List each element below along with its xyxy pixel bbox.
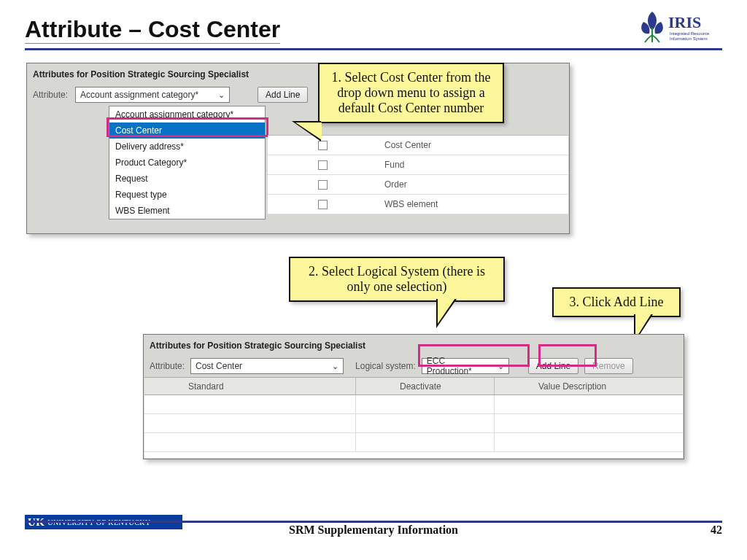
attribute-label: Attribute: <box>33 90 68 100</box>
logical-system-value: ECC Production* <box>427 356 492 376</box>
attribute-dropdown[interactable]: Account assignment category* Cost Center… <box>109 106 266 219</box>
checkbox[interactable] <box>318 160 328 170</box>
value-label: Fund <box>377 160 568 170</box>
col-deactivate: Deactivate <box>356 378 495 394</box>
table-row <box>144 414 683 433</box>
dropdown-option[interactable]: Request <box>109 171 265 187</box>
attribute-select[interactable]: Account assignment category* ⌄ <box>75 87 230 103</box>
checkbox[interactable] <box>318 200 328 209</box>
title-underline <box>25 48 722 50</box>
dropdown-option[interactable]: Product Category* <box>109 155 265 171</box>
table-row <box>144 433 683 452</box>
svg-text:Information System: Information System <box>670 36 708 41</box>
callout-step-2: 2. Select Logical System (there is only … <box>289 257 505 302</box>
checkbox[interactable] <box>318 180 328 190</box>
list-item: Fund <box>268 155 568 175</box>
add-line-button-2[interactable]: Add Line <box>528 358 578 374</box>
iris-brand-text: IRIS <box>668 13 701 31</box>
chevron-down-icon: ⌄ <box>332 362 338 371</box>
value-label: WBS element <box>377 199 568 209</box>
callout-step-3: 3. Click Add Line <box>552 287 681 317</box>
table-row <box>144 395 683 414</box>
dropdown-option[interactable]: Request type <box>109 187 265 203</box>
dropdown-option[interactable]: Account assignment category* <box>109 106 265 122</box>
dropdown-option-cost-center[interactable]: Cost Center <box>109 122 265 139</box>
attribute-select-value: Account assignment category* <box>80 90 198 100</box>
panel2-heading: Attributes for Position Strategic Sourci… <box>144 335 684 355</box>
dropdown-option[interactable]: WBS Element <box>109 203 265 219</box>
table-header-row: Standard Deactivate Value Description <box>144 378 683 395</box>
slide: Attribute – Cost Center IRIS Integrated … <box>0 0 747 560</box>
iris-flower-icon <box>641 12 663 42</box>
list-item: WBS element <box>268 195 568 214</box>
footer-underline <box>25 521 722 523</box>
page-title: Attribute – Cost Center <box>25 16 280 44</box>
list-item: Order <box>268 175 568 195</box>
callout-step-1: 1. Select Cost Center from the drop down… <box>318 63 504 123</box>
panel-attributes-2: Attributes for Position Strategic Sourci… <box>143 334 684 459</box>
chevron-down-icon: ⌄ <box>218 90 225 100</box>
add-line-button[interactable]: Add Line <box>258 87 308 103</box>
svg-text:Integrated Resource: Integrated Resource <box>670 31 710 36</box>
attribute-select-value: Cost Center <box>196 361 242 371</box>
panel2-table: Standard Deactivate Value Description <box>144 377 683 458</box>
logical-system-label: Logical system: <box>355 361 416 371</box>
chevron-down-icon: ⌄ <box>498 362 504 371</box>
page-number: 42 <box>711 524 722 537</box>
remove-button[interactable]: Remove <box>584 358 633 374</box>
value-label: Order <box>377 179 568 190</box>
iris-logo: IRIS Integrated Resource Information Sys… <box>639 6 719 46</box>
footer-title: SRM Supplementary Information <box>0 524 747 537</box>
attribute-select-2[interactable]: Cost Center ⌄ <box>190 358 344 374</box>
dropdown-option[interactable]: Delivery address* <box>109 139 265 155</box>
logical-system-select[interactable]: ECC Production* ⌄ <box>422 358 509 374</box>
attribute-label: Attribute: <box>150 361 185 371</box>
checkbox[interactable] <box>318 141 328 150</box>
panel1-value-list: Cost Center Fund Order WBS element <box>268 135 568 214</box>
value-label: Cost Center <box>377 140 568 150</box>
col-value-description: Value Description <box>495 378 683 394</box>
col-standard: Standard <box>144 378 356 394</box>
